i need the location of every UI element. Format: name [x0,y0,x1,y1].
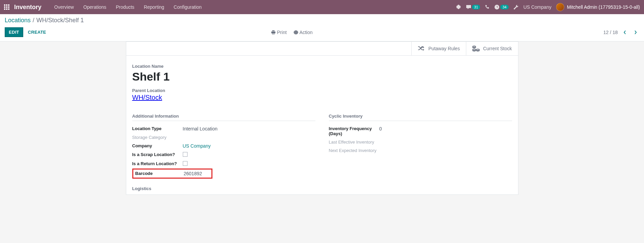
next-expected-inventory-label: Next Expected Inventory [329,148,379,153]
action-dropdown[interactable]: Action [294,30,313,35]
last-effective-inventory-label: Last Effective Inventory [329,140,379,145]
messages-icon[interactable]: 31 [466,4,480,10]
barcode-value: 2601892 [184,171,202,176]
cyclic-inventory-group: Cyclic Inventory Inventory Frequency (Da… [329,114,512,191]
app-brand[interactable]: Inventory [14,4,41,11]
putaway-rules-button[interactable]: Putaway Rules [411,42,466,55]
shuffle-icon [418,45,425,52]
current-stock-label: Current Stock [483,46,512,51]
breadcrumb-root[interactable]: Locations [5,17,31,24]
apps-icon[interactable] [4,4,9,10]
print-icon [271,30,276,35]
menu-products[interactable]: Products [111,0,139,14]
menu-overview[interactable]: Overview [49,0,78,14]
create-button[interactable]: CREATE [27,28,47,36]
user-name: Mitchell Admin (17795319-15-0-all) [567,4,640,10]
pager-counter[interactable]: 12 / 18 [603,30,618,35]
boxes-icon [472,45,480,52]
return-location-checkbox[interactable] [183,161,188,166]
location-name-value: Shelf 1 [132,70,512,83]
activities-icon[interactable]: 34 [494,4,508,10]
user-menu[interactable]: Mitchell Admin (17795319-15-0-all) [556,3,640,11]
print-action[interactable]: Print [271,30,287,35]
scrap-location-label: Is a Scrap Location? [132,152,183,157]
bug-icon[interactable] [456,4,461,10]
additional-information-group: Additional Information Location Type Int… [132,114,315,191]
menu-operations[interactable]: Operations [78,0,111,14]
breadcrumb-sep: / [33,17,34,24]
messages-badge: 31 [472,5,480,9]
print-label: Print [277,30,287,35]
control-panel: Locations / WH/Stock/Shelf 1 EDIT CREATE… [0,14,644,41]
avatar-icon [556,3,564,11]
company-selector[interactable]: US Company [523,4,551,10]
return-location-label: Is a Return Location? [132,161,183,166]
location-type-value: Internal Location [183,126,218,131]
putaway-rules-label: Putaway Rules [429,46,460,51]
form-sheet: Putaway Rules Current Stock Location Nam… [126,41,518,195]
barcode-highlight: Barcode 2601892 [132,169,212,179]
activities-badge: 34 [500,5,508,9]
breadcrumb: Locations / WH/Stock/Shelf 1 [5,17,639,24]
barcode-label: Barcode [135,171,184,176]
edit-button[interactable]: EDIT [5,27,23,37]
storage-category-label: Storage Category [132,135,183,140]
phone-icon[interactable] [485,5,489,9]
breadcrumb-current: WH/Stock/Shelf 1 [36,17,84,24]
inventory-frequency-value: 0 [379,126,382,131]
location-name-label: Location Name [132,64,512,69]
button-box: Putaway Rules Current Stock [126,42,518,56]
additional-information-title: Additional Information [132,114,315,121]
pager-next[interactable] [632,29,639,36]
logistics-title: Logistics [132,186,315,191]
location-type-label: Location Type [132,126,183,131]
gear-icon [294,30,298,35]
current-stock-button[interactable]: Current Stock [466,42,518,55]
company-value[interactable]: US Company [183,143,211,149]
parent-location-value[interactable]: WH/Stock [132,94,512,101]
pager-prev[interactable] [621,29,629,36]
menu-reporting[interactable]: Reporting [139,0,169,14]
cyclic-inventory-title: Cyclic Inventory [329,114,512,121]
action-label: Action [300,30,313,35]
company-label: Company [132,143,183,148]
parent-location-link[interactable]: WH/Stock [132,94,162,101]
menu-configuration[interactable]: Configuration [169,0,206,14]
scrap-location-checkbox[interactable] [183,152,188,157]
top-navbar: Inventory Overview Operations Products R… [0,0,644,14]
debug-tools-icon[interactable] [513,4,519,10]
parent-location-label: Parent Location [132,88,512,93]
inventory-frequency-label: Inventory Frequency (Days) [329,126,379,136]
